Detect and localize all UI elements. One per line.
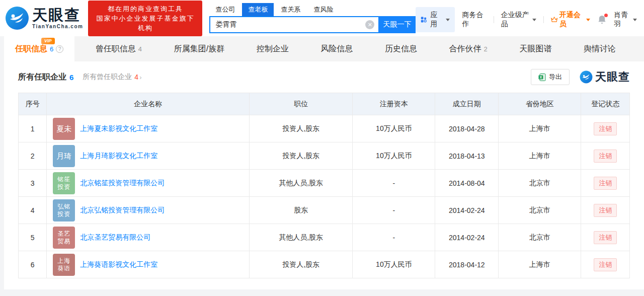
tab-risk-info[interactable]: 风险信息 — [309, 36, 364, 61]
col-no: 序号 — [19, 93, 47, 115]
watermark-logo: 天眼查 — [580, 69, 630, 85]
table-row: 5 圣艺贸易 北京圣艺贸易有限公司 其他人员,股东 - 2014-02-24 北… — [19, 224, 630, 251]
search-input[interactable] — [209, 16, 378, 33]
company-logo[interactable]: 月琦 — [53, 145, 75, 167]
user-menu[interactable]: 肖青羽 — [614, 11, 637, 29]
company-logo[interactable]: 圣艺贸易 — [53, 227, 75, 249]
company-logo[interactable]: 铭笙投资 — [53, 172, 75, 194]
tab-group-cluster[interactable]: 所属集团/族群 — [163, 36, 235, 61]
section-title: 所有任职企业 — [18, 72, 66, 83]
notification-dot — [604, 14, 608, 17]
nav-business-cooperation[interactable]: 商务合作 — [462, 11, 486, 29]
status-badge: 注销 — [594, 150, 617, 163]
chevron-down-icon — [586, 19, 590, 21]
svg-text:X: X — [540, 76, 542, 79]
table-row: 2 月琦 上海月琦影视文化工作室 投资人,股东 10万人民币 2018-04-1… — [19, 142, 630, 170]
apps-label: 应用 — [430, 11, 441, 29]
chevron-down-icon — [532, 19, 536, 21]
status-badge: 注销 — [594, 122, 617, 135]
promo-banner: 都在用的商业查询工具 国家中小企业发展子基金旗下机构 — [88, 1, 202, 36]
search-tab-company[interactable]: 查公司 — [209, 3, 241, 16]
section-count: 6 — [69, 73, 73, 82]
excel-icon: X — [538, 73, 546, 81]
col-company: 企业名称 — [47, 93, 250, 115]
tab-partners[interactable]: 合作伙伴2 — [438, 36, 499, 61]
col-status: 登记状态 — [581, 93, 630, 115]
positions-table-wrap: 序号 企业名称 职位 注册资本 成立日期 省份地区 登记状态 1 夏未 上海夏未… — [4, 91, 644, 289]
company-logo[interactable]: 上海葵语 — [53, 254, 75, 276]
past-companies-link[interactable]: 所有曾任职企业 4 › — [83, 72, 141, 82]
tab-graph[interactable]: 天眼图谱 — [508, 36, 562, 61]
col-capital: 注册资本 — [353, 93, 435, 115]
nav-enterprise-products[interactable]: 企业级产品 — [501, 11, 536, 29]
crown-icon — [551, 16, 557, 23]
table-row: 6 上海葵语 上海葵语影视文化工作室 投资人,股东 10万人民币 2018-04… — [19, 251, 630, 278]
export-button[interactable]: X 导出 — [531, 69, 570, 85]
col-region: 省份地区 — [499, 93, 581, 115]
table-header-row: 序号 企业名称 职位 注册资本 成立日期 省份地区 登记状态 — [19, 93, 630, 115]
company-logo[interactable]: 夏未 — [53, 118, 75, 140]
search-tab-relation[interactable]: 查关系 — [275, 3, 306, 16]
chevron-down-icon — [633, 19, 637, 21]
tianyancha-watermark-icon — [580, 70, 593, 84]
top-nav: 应用 商务合作 企业级产品 开通会员 肖青羽 — [416, 7, 637, 32]
notifications-bell[interactable] — [597, 15, 607, 25]
tab-history-info[interactable]: 历史信息 — [374, 36, 428, 61]
chevron-right-icon: › — [139, 73, 141, 81]
divider — [494, 16, 494, 23]
positions-table: 序号 企业名称 职位 注册资本 成立日期 省份地区 登记状态 1 夏未 上海夏未… — [18, 93, 630, 278]
apps-grid-icon — [421, 16, 427, 24]
content-shell: VIP 任职信息6 ? 曾任职信息4 所属集团/族群 控制企业 风险信息 历史信… — [4, 36, 644, 289]
search-tab-risk[interactable]: 查风险 — [307, 3, 339, 16]
tab-controlled-companies[interactable]: 控制企业 — [246, 36, 300, 61]
company-link[interactable]: 上海夏未影视文化工作室 — [80, 124, 157, 133]
top-header: 天眼查 TianYanCha.com 都在用的商业查询工具 国家中小企业发展子基… — [0, 0, 644, 36]
company-link[interactable]: 北京弘铭投资管理有限公司 — [80, 206, 165, 215]
brand-name: 天眼查 — [32, 8, 83, 23]
apps-menu-button[interactable]: 应用 — [416, 7, 455, 32]
company-logo[interactable]: 弘铭投资 — [53, 199, 75, 221]
tianyancha-logo-icon — [5, 6, 29, 30]
tab-current-positions[interactable]: VIP 任职信息6 ? — [4, 36, 74, 61]
status-badge: 注销 — [594, 204, 617, 217]
section-header: 所有任职企业 6 所有曾任职企业 4 › X 导出 — [4, 61, 644, 91]
profile-tabbar: VIP 任职信息6 ? 曾任职信息4 所属集团/族群 控制企业 风险信息 历史信… — [4, 36, 644, 61]
status-badge: 注销 — [594, 177, 617, 190]
brand-domain: TianYanCha.com — [32, 24, 83, 29]
col-position: 职位 — [250, 93, 353, 115]
company-link[interactable]: 北京铭笙投资管理有限公司 — [80, 179, 165, 188]
chevron-down-icon — [446, 19, 450, 21]
username: 肖青羽 — [614, 11, 631, 29]
table-row: 3 铭笙投资 北京铭笙投资管理有限公司 其他人员,股东 - 2014-08-04… — [19, 170, 630, 197]
nav-open-vip[interactable]: 开通会员 — [551, 11, 591, 29]
table-row: 1 夏未 上海夏未影视文化工作室 投资人,股东 10万人民币 2018-04-2… — [19, 115, 630, 142]
help-icon[interactable]: ? — [56, 45, 63, 53]
company-link[interactable]: 上海葵语影视文化工作室 — [80, 260, 157, 269]
company-link[interactable]: 上海月琦影视文化工作室 — [80, 152, 157, 161]
status-badge: 注销 — [594, 258, 617, 271]
vip-badge: VIP — [41, 38, 55, 44]
tab-public-opinion[interactable]: 舆情讨论 — [573, 36, 627, 61]
divider — [543, 16, 544, 23]
search-button[interactable]: 天眼一下 — [378, 16, 416, 33]
search-tab-boss[interactable]: 查老板 — [242, 3, 274, 16]
tab-past-positions[interactable]: 曾任职信息4 — [85, 36, 153, 61]
status-badge: 注销 — [594, 231, 617, 244]
company-link[interactable]: 北京圣艺贸易有限公司 — [80, 233, 150, 242]
search-area: 查公司 查老板 查关系 查风险 ✕ 天眼一下 — [209, 3, 416, 33]
tianyancha-logo[interactable]: 天眼查 TianYanCha.com — [5, 6, 83, 30]
search-tabs: 查公司 查老板 查关系 查风险 — [209, 3, 416, 16]
col-date: 成立日期 — [435, 93, 499, 115]
table-row: 4 弘铭投资 北京弘铭投资管理有限公司 股东 - 2014-02-24 北京市 … — [19, 197, 630, 224]
